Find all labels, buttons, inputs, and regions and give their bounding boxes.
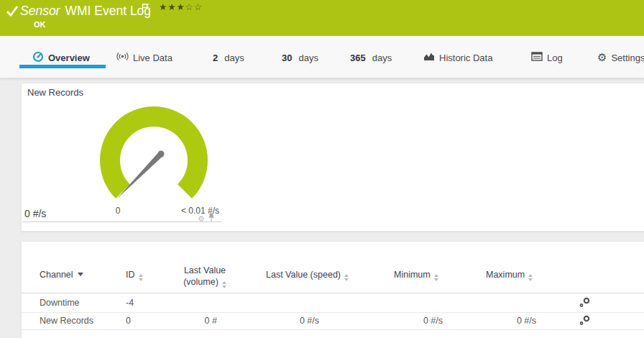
cell-channel: Downtime <box>40 298 80 308</box>
column-header-last-value-volume[interactable]: Last Value (volume) <box>165 265 244 288</box>
tab-overview-label: Overview <box>48 52 90 63</box>
column-header-last-value-speed-label: Last Value (speed) <box>266 270 341 280</box>
page-title: SensorWMI Event Log <box>20 4 151 21</box>
gauge-chart <box>97 101 212 205</box>
tab-365-days-unit: days <box>372 52 392 63</box>
sensor-name: WMI Event Log <box>65 4 151 18</box>
flag-icon[interactable] <box>142 3 150 16</box>
pin-icon[interactable] <box>208 212 215 225</box>
cell-id: -4 <box>126 298 134 308</box>
channel-settings-gears-icon[interactable] <box>579 297 597 309</box>
active-tab-underline <box>19 65 106 68</box>
tab-log-label: Log <box>547 52 563 63</box>
tab-30-days-number: 30 <box>282 52 292 63</box>
sort-icon <box>434 274 438 281</box>
column-header-id[interactable]: ID <box>126 270 143 281</box>
sort-icon <box>528 274 533 281</box>
tab-log[interactable]: Log <box>531 46 563 69</box>
gear-icon: ⚙ <box>597 52 607 63</box>
gauge-scale-min: 0 <box>111 206 125 216</box>
tab-30-days-unit: days <box>298 52 318 63</box>
tab-365-days[interactable]: 365 days <box>350 46 392 69</box>
column-header-last-value-speed[interactable]: Last Value (speed) <box>266 270 349 281</box>
gauge-title: New Records <box>27 87 83 98</box>
sort-icon <box>139 274 143 281</box>
gauge-baseline <box>22 221 221 222</box>
tab-2-days-unit: days <box>224 52 244 63</box>
tab-30-days[interactable]: 30 days <box>282 46 318 69</box>
area-chart-icon <box>423 52 435 63</box>
tab-live-data-label: Live Data <box>133 52 172 63</box>
cell-maximum: 0 #/s <box>450 316 536 326</box>
sensor-title-bar: SensorWMI Event Log ★★★☆☆ OK <box>0 0 644 36</box>
tab-bar: Overview Live Data 2 days 30 days 365 da… <box>0 36 644 78</box>
channel-table-panel: Channel ID Last Value (volume) Last Valu… <box>21 241 644 338</box>
cell-id: 0 <box>126 316 131 326</box>
sort-icon <box>344 274 349 281</box>
tab-historic-data[interactable]: Historic Data <box>423 46 492 69</box>
tab-365-days-number: 365 <box>350 52 366 63</box>
tab-live-data[interactable]: Live Data <box>116 46 172 69</box>
column-header-maximum-label: Maximum <box>486 270 525 280</box>
column-header-minimum-label: Minimum <box>394 270 431 280</box>
column-header-id-label: ID <box>126 270 135 280</box>
sort-icon <box>222 281 226 288</box>
column-header-channel-label: Channel <box>40 270 73 280</box>
sort-desc-icon <box>78 273 83 276</box>
column-header-maximum[interactable]: Maximum <box>486 270 533 281</box>
broadcast-icon <box>116 52 129 63</box>
cell-last-value-speed: 0 #/s <box>233 316 319 326</box>
priority-stars[interactable]: ★★★☆☆ <box>159 1 203 12</box>
gauge-icon <box>32 51 44 65</box>
gauge-current-value: 0 #/s <box>24 208 46 219</box>
tab-historic-data-label: Historic Data <box>439 52 492 63</box>
tab-settings[interactable]: ⚙ Settings <box>597 46 644 69</box>
sensor-kind-label: Sensor <box>20 4 60 18</box>
gauge-panel: New Records 0 < 0.01 #/s 0 #/s ⚙ <box>21 83 644 232</box>
cell-channel: New Records <box>40 316 93 326</box>
status-ok-check-icon <box>6 5 19 20</box>
column-header-minimum[interactable]: Minimum <box>394 270 438 281</box>
tab-settings-label: Settings <box>611 52 644 63</box>
table-row-downtime[interactable]: Downtime -4 <box>22 293 644 313</box>
tab-2-days-number: 2 <box>213 52 218 63</box>
tab-2-days[interactable]: 2 days <box>213 46 244 69</box>
log-list-icon <box>531 52 543 63</box>
table-row-new-records[interactable]: New Records 0 0 # 0 #/s 0 #/s 0 #/s <box>22 312 644 330</box>
channel-settings-gears-icon[interactable] <box>579 315 597 326</box>
status-badge: OK <box>34 20 46 29</box>
column-header-last-value-volume-label: Last Value (volume) <box>183 265 226 287</box>
cell-minimum: 0 #/s <box>356 316 443 326</box>
column-header-channel[interactable]: Channel <box>40 270 83 280</box>
cell-last-value-volume: 0 # <box>144 316 217 326</box>
